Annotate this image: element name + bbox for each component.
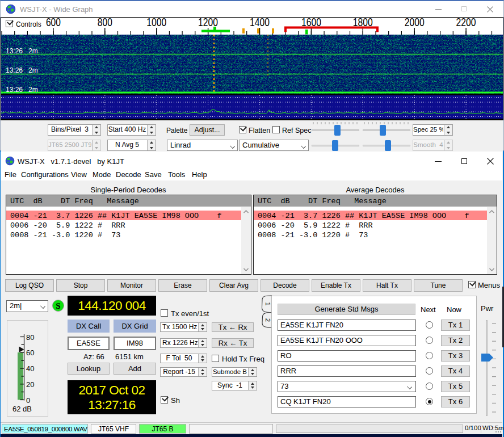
svg-text:1000: 1000 xyxy=(146,18,166,28)
svg-text:1: 1 xyxy=(264,302,271,305)
svg-text:2: 2 xyxy=(264,318,271,322)
svg-text:20: 20 xyxy=(26,380,34,389)
svg-text:2000: 2000 xyxy=(405,18,425,28)
svg-text:40: 40 xyxy=(26,364,34,373)
svg-text:80: 80 xyxy=(26,333,34,342)
svg-text:60: 60 xyxy=(26,348,34,357)
svg-text:1400: 1400 xyxy=(250,18,270,28)
svg-text:0: 0 xyxy=(26,396,30,405)
svg-text:600: 600 xyxy=(46,18,61,28)
svg-text:2200: 2200 xyxy=(456,18,476,28)
svg-text:800: 800 xyxy=(98,18,112,28)
